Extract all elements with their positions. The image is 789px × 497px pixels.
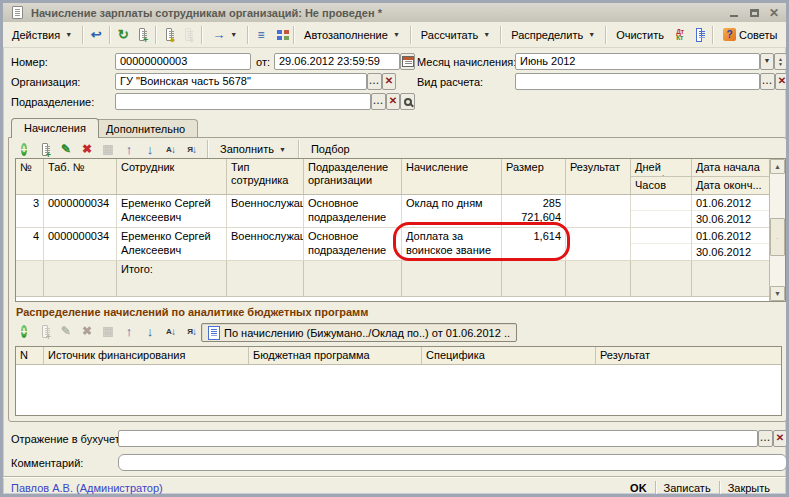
- distribution-grid-toolbar: + + ✎ ✖ ▦ ↑ ↓ А↓ Я↓: [15, 322, 201, 340]
- distribution-table: N Источник финансирования Бюджетная прог…: [15, 346, 782, 416]
- calculate-button[interactable]: Рассчитать▼: [415, 26, 496, 44]
- unpost-document-icon[interactable]: ●: [179, 26, 197, 44]
- accounting-field[interactable]: [118, 430, 758, 447]
- accruals-grid-toolbar: + + ✎ ✖ ▦ ↑ ↓ А↓ Я↓ Заполнить▼ Подбор: [15, 140, 356, 158]
- month-spin-button[interactable]: ▲▼: [774, 53, 787, 70]
- copy-new-icon[interactable]: +: [133, 26, 151, 44]
- edit-row-icon[interactable]: ✎: [57, 322, 75, 340]
- table-row[interactable]: 3 0000000034 Еременко Сергей Алексеевич …: [16, 195, 769, 228]
- scroll-up-button[interactable]: ▲: [770, 159, 785, 174]
- calendar-button[interactable]: [400, 53, 415, 70]
- scroll-down-button[interactable]: ▼: [770, 286, 785, 301]
- tips-icon: ?: [723, 28, 736, 41]
- date-field[interactable]: 29.06.2012 23:59:59: [274, 53, 400, 70]
- move-up-icon[interactable]: ↑: [120, 322, 138, 340]
- distribute-button[interactable]: Распределить▼: [505, 26, 601, 44]
- dt-kt-icon[interactable]: ДтКт: [671, 26, 689, 44]
- table-row[interactable]: 4 0000000034 Еременко Сергей Алексеевич …: [16, 228, 769, 261]
- pick-button[interactable]: Подбор: [305, 141, 356, 157]
- save-button[interactable]: Записать: [656, 481, 719, 495]
- accruals-tab-panel: + + ✎ ✖ ▦ ↑ ↓ А↓ Я↓ Заполнить▼ Подбор № …: [8, 137, 787, 422]
- reread-icon[interactable]: ↩: [87, 26, 105, 44]
- col-tab-num: Таб. №: [44, 159, 117, 194]
- help-icon[interactable]: ?: [785, 26, 789, 44]
- copy-row-icon[interactable]: +: [36, 322, 54, 340]
- sort-desc-icon[interactable]: Я↓: [183, 322, 201, 340]
- calctype-label: Вид расчета:: [417, 74, 483, 91]
- department-field[interactable]: [115, 93, 371, 110]
- organization-label: Организация:: [11, 74, 80, 91]
- col-days-hours: Дней отраб... Часов отра...: [631, 159, 692, 194]
- scroll-thumb[interactable]: ∙: [770, 218, 785, 256]
- calctype-field[interactable]: [515, 73, 760, 90]
- tab-additional[interactable]: Дополнительно: [93, 119, 198, 138]
- autofill-button[interactable]: Автозаполнение▼: [298, 26, 406, 44]
- col-accrual: Начисление: [402, 159, 502, 194]
- organization-clear-button[interactable]: ✕: [382, 73, 396, 90]
- col-funding-source: Источник финансирования: [44, 347, 249, 364]
- chevron-down-icon: ▼: [393, 31, 400, 38]
- move-down-icon[interactable]: ↓: [141, 140, 159, 158]
- vertical-scrollbar: ▲ ∙ ▼: [769, 159, 785, 301]
- month-field[interactable]: Июнь 2012: [515, 53, 760, 70]
- move-down-icon[interactable]: ↓: [141, 322, 159, 340]
- report-icon[interactable]: [690, 26, 708, 44]
- total-label: Итого:: [117, 261, 227, 297]
- maximize-button[interactable]: [747, 6, 761, 19]
- chevron-down-icon: ▼: [230, 31, 237, 38]
- accounting-clear-button[interactable]: ✕: [773, 430, 787, 447]
- clear-button[interactable]: Очистить: [610, 26, 670, 44]
- calctype-select-button[interactable]: ...: [760, 73, 775, 90]
- tips-button[interactable]: ?Советы: [717, 25, 783, 44]
- scroll-track[interactable]: ∙: [770, 174, 785, 286]
- refresh-icon[interactable]: ↻: [114, 26, 132, 44]
- post-document-icon[interactable]: ●: [160, 26, 178, 44]
- add-row-icon[interactable]: +: [15, 140, 33, 158]
- comment-field[interactable]: [118, 454, 787, 471]
- calctype-clear-button[interactable]: ✕: [775, 73, 789, 90]
- copy-row-icon[interactable]: +: [36, 140, 54, 158]
- organization-field[interactable]: ГУ "Воинская часть 5678": [115, 73, 367, 90]
- close-button[interactable]: ✕: [767, 6, 781, 19]
- sort-asc-icon[interactable]: А↓: [162, 322, 180, 340]
- number-field[interactable]: 00000000003: [115, 53, 251, 70]
- department-open-button[interactable]: [400, 93, 415, 110]
- delete-row-icon[interactable]: ✖: [78, 322, 96, 340]
- close-form-button[interactable]: Закрыть: [720, 481, 778, 495]
- department-label: Подразделение:: [11, 94, 94, 111]
- col-result: Результат: [566, 159, 631, 194]
- actions-button[interactable]: Действия▼: [6, 26, 78, 44]
- number-label: Номер:: [11, 54, 48, 71]
- minimize-button[interactable]: [727, 6, 741, 19]
- month-dropdown-button[interactable]: ▼: [760, 53, 774, 70]
- document-window: Начисление зарплаты сотрудникам организа…: [0, 0, 789, 497]
- add-row-icon[interactable]: +: [15, 322, 33, 340]
- list-structure-icon[interactable]: ≡: [252, 26, 270, 44]
- distribution-table-header: N Источник финансирования Бюджетная прог…: [16, 347, 781, 365]
- title-bar: Начисление зарплаты сотрудникам организа…: [3, 3, 786, 22]
- col-num: №: [16, 159, 44, 194]
- filter-by-accrual-button[interactable]: По начислению (Бижумано../Оклад по..) от…: [201, 323, 517, 342]
- distribution-section-title: Распределение начислений по аналитике бю…: [16, 306, 368, 318]
- sort-desc-icon[interactable]: Я↓: [183, 140, 201, 158]
- accounting-select-button[interactable]: ...: [758, 430, 773, 447]
- tab-accruals[interactable]: Начисления: [11, 118, 99, 138]
- fill-button[interactable]: Заполнить▼: [214, 141, 292, 157]
- organization-select-button[interactable]: ...: [367, 73, 382, 90]
- col-result: Результат: [596, 347, 781, 364]
- end-edit-icon[interactable]: ▦: [99, 140, 117, 158]
- delete-row-icon[interactable]: ✖: [78, 140, 96, 158]
- end-edit-icon[interactable]: ▦: [99, 322, 117, 340]
- department-clear-button[interactable]: ✕: [386, 93, 400, 110]
- col-org-department: Подразделение организации: [304, 159, 402, 194]
- document-icon: [8, 4, 26, 22]
- move-up-icon[interactable]: ↑: [120, 140, 138, 158]
- col-n: N: [16, 347, 44, 364]
- department-select-button[interactable]: ...: [371, 93, 386, 110]
- edit-row-icon[interactable]: ✎: [57, 140, 75, 158]
- list-settings-icon[interactable]: [271, 26, 289, 44]
- ok-button[interactable]: OK: [622, 481, 655, 495]
- goto-icon[interactable]: →▼: [206, 24, 243, 45]
- sort-asc-icon[interactable]: А↓: [162, 140, 180, 158]
- filter-icon: [208, 326, 220, 340]
